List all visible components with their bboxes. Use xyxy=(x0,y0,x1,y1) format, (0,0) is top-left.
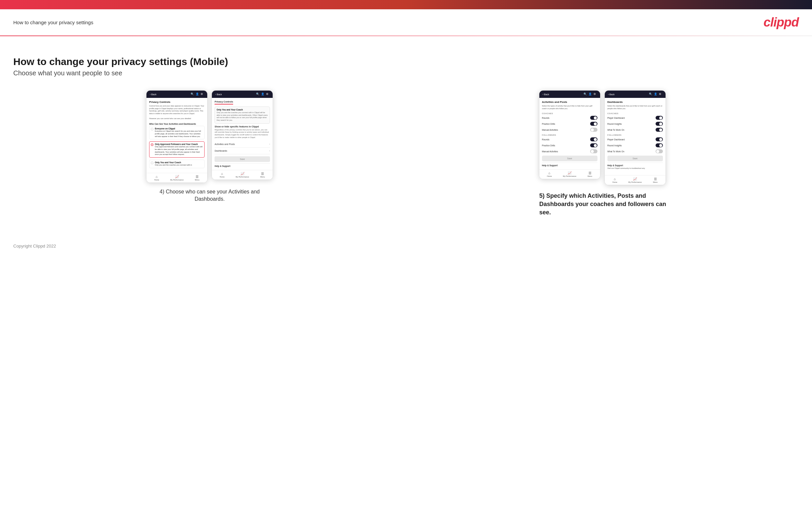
person-icon-4: 👤 xyxy=(654,93,657,96)
nav-home-2[interactable]: ⌂ Home xyxy=(212,170,232,179)
phone-2-content: Privacy Controls Only You and Your Coach… xyxy=(212,98,273,170)
search-icon-3: 🔍 xyxy=(583,93,587,96)
phone-1-nav: ⌂ Home 📈 My Performance ☰ Menu xyxy=(146,173,207,182)
phone-2-back: ‹ Back xyxy=(215,93,222,96)
option-onlyyou[interactable]: Only You and Your Coach Only you and the… xyxy=(149,160,205,168)
save-button-2[interactable]: Save xyxy=(214,156,270,162)
activities-posts-menu[interactable]: Activities and Posts › xyxy=(214,141,270,148)
screenshot-group-1: ‹ Back 🔍 👤 ⚙ Privacy Controls Control ho… xyxy=(13,90,406,203)
nav-home-label-3: Home xyxy=(547,175,552,177)
phone-2: ‹ Back 🔍 👤 ⚙ Privacy Controls Only You a… xyxy=(211,90,273,180)
nav-performance-1[interactable]: 📈 My Performance xyxy=(167,173,187,182)
rounds-label-followers: Rounds xyxy=(542,138,549,141)
nav-performance-4[interactable]: 📈 My Performance xyxy=(625,175,645,185)
nav-menu-label: Menu xyxy=(195,179,200,181)
phone-3-content: Activities and Posts Select the types of… xyxy=(539,98,600,169)
phone-1-topbar: ‹ Back 🔍 👤 ⚙ xyxy=(146,91,207,98)
toggle-drills-coaches-switch[interactable] xyxy=(590,122,598,126)
person-icon: 👤 xyxy=(196,93,199,96)
who-can-see-label: Who Can See Your Activities and Dashboar… xyxy=(149,123,205,125)
dashboards-menu[interactable]: Dashboards › xyxy=(214,148,270,154)
nav-menu-4[interactable]: ☰ Menu xyxy=(645,175,666,185)
nav-performance-3[interactable]: 📈 My Performance xyxy=(560,170,580,179)
phone-3-topbar: ‹ Back 🔍 👤 ⚙ xyxy=(539,91,600,98)
save-button-4[interactable]: Save xyxy=(607,156,663,161)
phone-2-nav: ⌂ Home 📈 My Performance ☰ Menu xyxy=(212,170,273,179)
manual-label-followers: Manual Activities xyxy=(542,150,558,153)
toggle-manual-followers: Manual Activities xyxy=(542,149,598,154)
phone-4-icons: 🔍 👤 ⚙ xyxy=(649,93,662,96)
option-everyone-title: Everyone on Clippd xyxy=(155,127,203,130)
nav-home-1[interactable]: ⌂ Home xyxy=(146,173,167,182)
caption-group-1: 4) Choose who can see your Activities an… xyxy=(146,188,273,203)
toggle-round-insights-followers-switch[interactable] xyxy=(656,143,663,147)
toggle-what-to-work-followers-switch[interactable] xyxy=(656,149,663,153)
nav-performance-2[interactable]: 📈 My Performance xyxy=(232,170,252,179)
player-dash-followers-label: Player Dashboard xyxy=(607,138,625,141)
radio-onlyyou xyxy=(151,162,153,164)
dashboards-title: Dashboards xyxy=(607,101,663,104)
option-onlyyou-title: Only You and Your Coach xyxy=(155,161,192,164)
option-everyone[interactable]: Everyone on Clippd Everyone on Clippd ca… xyxy=(149,126,205,139)
phone-3: ‹ Back 🔍 👤 ⚙ Activities and Posts Select… xyxy=(539,90,601,179)
phone-1-content: Privacy Controls Control how you and you… xyxy=(146,98,207,173)
activities-posts-title: Activities and Posts xyxy=(542,101,598,104)
toggle-player-dash-switch[interactable] xyxy=(656,116,663,120)
nav-menu-label-4: Menu xyxy=(653,181,658,183)
toggle-round-insights-coaches: Round Insights xyxy=(607,121,663,126)
privacy-controls-title: Privacy Controls xyxy=(149,101,205,104)
page-subheading: Choose what you want people to see xyxy=(13,69,799,77)
radio-everyone xyxy=(151,128,153,130)
only-you-text: Only you and the coaches you connect wit… xyxy=(216,111,268,122)
toggle-rounds-coaches-switch[interactable] xyxy=(590,116,598,120)
option-approved[interactable]: Only Approved Followers and Your Coach O… xyxy=(149,142,205,158)
show-hide-text: Regardless of the privacy controls that … xyxy=(214,129,270,139)
toggle-rounds-followers-switch[interactable] xyxy=(590,137,598,142)
rounds-label-coaches: Rounds xyxy=(542,117,549,119)
followers-label-3: FOLLOWERS xyxy=(542,134,598,136)
drills-label-coaches: Practice Drills xyxy=(542,123,555,125)
chevron-right-icon: › xyxy=(269,143,270,146)
header: How to change your privacy settings clip… xyxy=(0,9,812,36)
chevron-right-icon-2: › xyxy=(269,149,270,152)
nav-menu-1[interactable]: ☰ Menu xyxy=(187,173,207,182)
phone-4-back: ‹ Back xyxy=(608,93,615,96)
save-button-3[interactable]: Save xyxy=(542,156,598,161)
nav-performance-label-4: My Performance xyxy=(628,181,642,183)
settings-icon-4: ⚙ xyxy=(659,93,662,96)
top-bar xyxy=(0,0,812,9)
toggle-round-insights-switch[interactable] xyxy=(656,122,663,126)
nav-home-3[interactable]: ⌂ Home xyxy=(539,170,560,179)
header-title: How to change your privacy settings xyxy=(13,19,93,25)
toggle-drills-followers: Practice Drills xyxy=(542,143,598,148)
toggle-manual-followers-switch[interactable] xyxy=(590,149,598,153)
toggle-manual-coaches-switch[interactable] xyxy=(590,128,598,132)
phone-3-back: ‹ Back xyxy=(543,93,549,96)
search-icon: 🔍 xyxy=(191,93,194,96)
toggle-player-dash-followers-switch[interactable] xyxy=(656,137,663,142)
performance-icon: 📈 xyxy=(175,175,179,178)
drills-label-followers: Practice Drills xyxy=(542,144,555,147)
phone-2-icons: 🔍 👤 ⚙ xyxy=(256,93,269,96)
toggle-drills-coaches: Practice Drills xyxy=(542,121,598,126)
performance-icon-4: 📈 xyxy=(633,177,637,181)
coaches-label-3: COACHES xyxy=(542,112,598,114)
toggle-what-to-work-switch[interactable] xyxy=(656,128,663,132)
settings-icon: ⚙ xyxy=(201,93,204,96)
screenshots-pair-1: ‹ Back 🔍 👤 ⚙ Privacy Controls Control ho… xyxy=(146,90,273,183)
search-icon-4: 🔍 xyxy=(649,93,652,96)
manual-label-coaches: Manual Activities xyxy=(542,129,558,131)
toggle-drills-followers-switch[interactable] xyxy=(590,143,598,147)
player-dash-label: Player Dashboard xyxy=(607,117,625,119)
nav-menu-label-3: Menu xyxy=(588,175,592,177)
nav-menu-2[interactable]: ☰ Menu xyxy=(252,170,273,179)
help-support-3: Help & Support xyxy=(542,163,598,167)
nav-menu-3[interactable]: ☰ Menu xyxy=(580,170,600,179)
phone-4-content: Dashboards Select the dashboards that yo… xyxy=(605,98,666,175)
phone-3-nav: ⌂ Home 📈 My Performance ☰ Menu xyxy=(539,169,600,179)
page-heading: How to change your privacy settings (Mob… xyxy=(13,56,799,67)
what-to-work-label: What To Work On xyxy=(607,129,624,131)
home-icon-4: ⌂ xyxy=(614,177,616,181)
nav-home-4[interactable]: ⌂ Home xyxy=(605,175,625,185)
nav-performance-label: My Performance xyxy=(170,179,184,181)
